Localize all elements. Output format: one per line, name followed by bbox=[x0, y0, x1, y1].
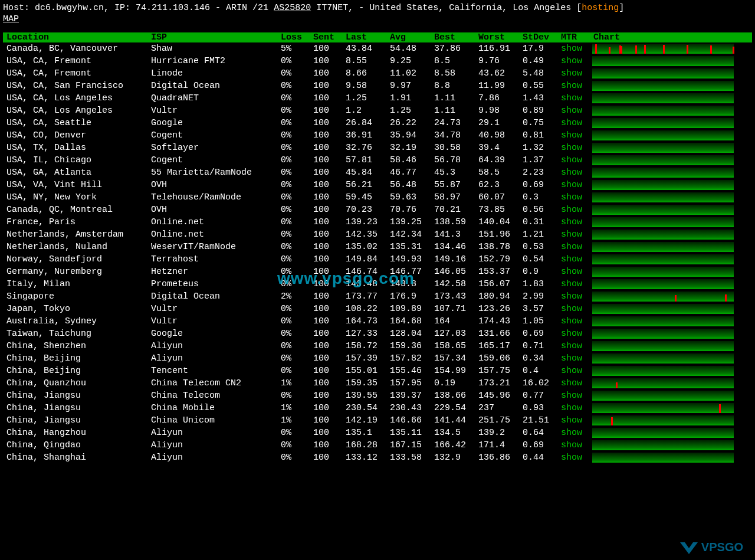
latency-chart bbox=[592, 93, 734, 103]
table-row: China, ShanghaiAliyun0%100133.12133.5813… bbox=[3, 451, 752, 464]
cell-location: USA, CA, San Francisco bbox=[3, 80, 147, 92]
cell-worst: 140.04 bbox=[475, 216, 519, 228]
cell-location: China, Shenzhen bbox=[3, 340, 147, 352]
mtr-show-link[interactable]: show bbox=[561, 68, 582, 78]
mtr-show-link[interactable]: show bbox=[561, 155, 582, 165]
cell-avg: 139.37 bbox=[386, 389, 431, 402]
mtr-show-link[interactable]: show bbox=[561, 143, 582, 153]
mtr-show-link[interactable]: show bbox=[561, 341, 582, 351]
mtr-show-link[interactable]: show bbox=[561, 118, 582, 128]
mtr-show-link[interactable]: show bbox=[561, 254, 582, 264]
mtr-show-link[interactable]: show bbox=[561, 329, 582, 339]
mtr-show-link[interactable]: show bbox=[561, 93, 582, 103]
cell-stdev: 0.9 bbox=[519, 266, 557, 278]
cell-best: 173.43 bbox=[431, 290, 475, 303]
mtr-show-link[interactable]: show bbox=[561, 56, 582, 66]
mtr-show-link[interactable]: show bbox=[561, 81, 582, 91]
cell-stdev: 1.05 bbox=[519, 315, 557, 328]
ping-results-table: Location ISP Loss Sent Last Avg Best Wor… bbox=[3, 32, 752, 464]
cell-location: China, Jiangsu bbox=[3, 414, 147, 427]
cell-isp: Aliyun bbox=[147, 427, 277, 439]
cell-best: 154.99 bbox=[431, 365, 475, 377]
cell-best: 56.78 bbox=[431, 154, 475, 166]
asn-link[interactable]: AS25820 bbox=[274, 3, 311, 13]
cell-loss: 1% bbox=[277, 414, 310, 427]
cell-loss: 1% bbox=[277, 402, 310, 414]
col-loss: Loss bbox=[277, 32, 310, 42]
cell-stdev: 0.56 bbox=[519, 204, 557, 216]
mtr-show-link[interactable]: show bbox=[561, 267, 582, 277]
cell-stdev: 0.44 bbox=[519, 451, 557, 464]
mtr-show-link[interactable]: show bbox=[561, 403, 582, 413]
cell-last: 26.84 bbox=[342, 117, 386, 129]
cell-best: 141.44 bbox=[431, 414, 475, 427]
table-row: China, JiangsuChina Unicom1%100142.19146… bbox=[3, 414, 752, 427]
table-row: China, JiangsuChina Telecom0%100139.5513… bbox=[3, 389, 752, 402]
chart-cell bbox=[590, 377, 752, 389]
mtr-show-link[interactable]: show bbox=[561, 44, 582, 54]
cell-isp: Aliyun bbox=[147, 439, 277, 451]
mtr-show-link[interactable]: show bbox=[561, 217, 582, 227]
cell-loss: 0% bbox=[277, 303, 310, 315]
mtr-show-link[interactable]: show bbox=[561, 353, 582, 363]
mtr-show-link[interactable]: show bbox=[561, 192, 582, 202]
cell-worst: 136.86 bbox=[475, 451, 519, 464]
cell-sent: 100 bbox=[310, 377, 342, 389]
cell-sent: 100 bbox=[310, 129, 342, 142]
cell-last: 142.35 bbox=[342, 228, 386, 241]
latency-chart bbox=[592, 304, 734, 314]
mtr-show-link[interactable]: show bbox=[561, 391, 582, 401]
mtr-show-link[interactable]: show bbox=[561, 242, 582, 252]
mtr-show-link[interactable]: show bbox=[561, 428, 582, 438]
latency-chart bbox=[592, 56, 734, 66]
cell-worst: 73.85 bbox=[475, 204, 519, 216]
table-row: Taiwan, TaichungGoogle0%100127.33128.041… bbox=[3, 328, 752, 340]
mtr-show-link[interactable]: show bbox=[561, 378, 582, 388]
cell-isp: Digital Ocean bbox=[147, 80, 277, 92]
latency-chart bbox=[592, 428, 734, 438]
cell-loss: 5% bbox=[277, 42, 310, 55]
cell-stdev: 1.32 bbox=[519, 142, 557, 154]
mtr-show-link[interactable]: show bbox=[561, 415, 582, 425]
chart-cell bbox=[590, 402, 752, 414]
host-info-line: Host: dc6.bwgyhw.cn, IP: 74.211.103.146 … bbox=[3, 3, 752, 13]
cell-stdev: 0.93 bbox=[519, 402, 557, 414]
chart-cell bbox=[590, 92, 752, 104]
latency-chart bbox=[592, 180, 734, 190]
mtr-show-link[interactable]: show bbox=[561, 205, 582, 215]
mtr-show-link[interactable]: show bbox=[561, 292, 582, 302]
map-link[interactable]: MAP bbox=[3, 14, 752, 24]
cell-sent: 100 bbox=[310, 266, 342, 278]
cell-loss: 0% bbox=[277, 451, 310, 464]
mtr-show-link[interactable]: show bbox=[561, 316, 582, 326]
cell-location: Japan, Tokyo bbox=[3, 303, 147, 315]
table-row: USA, CA, FremontLinode0%1008.6611.028.58… bbox=[3, 67, 752, 80]
chart-cell bbox=[590, 104, 752, 117]
cell-avg: 1.91 bbox=[386, 92, 431, 104]
mtr-show-link[interactable]: show bbox=[561, 279, 582, 289]
cell-avg: 146.77 bbox=[386, 266, 431, 278]
cell-worst: 64.39 bbox=[475, 154, 519, 166]
cell-isp: Cogent bbox=[147, 129, 277, 142]
cell-stdev: 0.89 bbox=[519, 104, 557, 117]
mtr-show-link[interactable]: show bbox=[561, 130, 582, 140]
mtr-show-link[interactable]: show bbox=[561, 106, 582, 116]
cell-location: USA, TX, Dallas bbox=[3, 142, 147, 154]
cell-last: 155.01 bbox=[342, 365, 386, 377]
cell-avg: 135.31 bbox=[386, 241, 431, 253]
mtr-show-link[interactable]: show bbox=[561, 168, 582, 178]
mtr-show-link[interactable]: show bbox=[561, 304, 582, 314]
mtr-show-link[interactable]: show bbox=[561, 230, 582, 240]
mtr-show-link[interactable]: show bbox=[561, 453, 582, 463]
table-row: USA, VA, Vint HillOVH0%10056.2156.4855.8… bbox=[3, 179, 752, 191]
mtr-show-link[interactable]: show bbox=[561, 180, 582, 190]
table-row: China, QingdaoAliyun0%100168.28167.15166… bbox=[3, 439, 752, 451]
cell-location: Netherlands, Amsterdam bbox=[3, 228, 147, 241]
cell-isp: Telehouse/RamNode bbox=[147, 191, 277, 204]
cell-avg: 157.82 bbox=[386, 352, 431, 365]
table-row: USA, GA, Atlanta55 Marietta/RamNode0%100… bbox=[3, 166, 752, 179]
mtr-show-link[interactable]: show bbox=[561, 366, 582, 376]
cell-best: 70.21 bbox=[431, 204, 475, 216]
mtr-show-link[interactable]: show bbox=[561, 440, 582, 450]
chart-cell bbox=[590, 191, 752, 204]
